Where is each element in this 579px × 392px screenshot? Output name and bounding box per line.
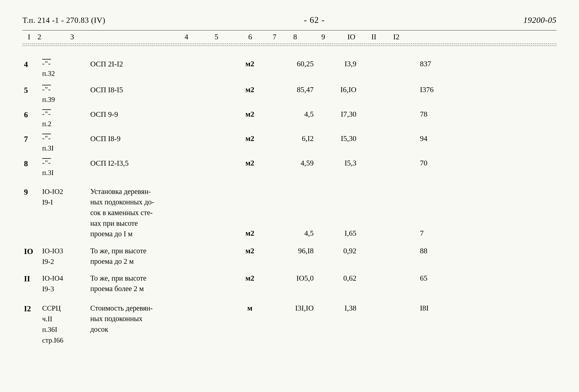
col-header-3: 3 [70,32,175,41]
row-7-unit: м2 [234,133,265,153]
row-12-val1: I3I,IO [266,302,317,345]
row-9-ref: IO-IO2 I9-I [41,185,89,239]
col-header-12: I2 [385,32,408,41]
row-10-val2: 0,92 [317,245,359,267]
row-11-val2: 0,62 [317,272,359,294]
row-7-col8 [385,133,416,153]
header-row: Т.п. 214 -1 - 270.83 (IV) - 62 - 19200-0… [22,15,557,27]
row-8-unit: м2 [234,157,265,178]
col-header-9: 9 [306,32,340,41]
row-10-val1: 96,I8 [266,245,317,267]
row-5-val2: I6,IO [317,84,359,104]
row-7-val9: 94 [416,133,463,153]
row-7-val1: 6,I2 [266,133,317,153]
row-5-col7 [359,84,385,104]
row-6-unit: м2 [234,108,265,129]
row-10-ref-bot: I9-2 [42,256,87,267]
table-row: 6 -"- п.2 ОСП 9-9 м2 4,5 I7,30 78 [22,108,557,129]
row-9-empty [463,185,557,239]
row-8-desc: ОСП I2-I3,5 [89,157,234,178]
row-8-ref: -"- п.3I [41,157,89,178]
row-4-val2: I3,9 [317,53,359,78]
row-11-col7 [359,272,385,294]
row-10-unit: м2 [234,245,265,267]
row-7-col7 [359,133,385,153]
table-row: 8 -"- п.3I ОСП I2-I3,5 м2 4,59 I5,3 70 [22,157,557,178]
table-row: II IO-IO4 I9-3 То же, при высоте проема … [22,272,557,294]
page: Т.п. 214 -1 - 270.83 (IV) - 62 - 19200-0… [0,0,579,392]
row-12-col8 [385,302,416,345]
row-11-ref: IO-IO4 I9-3 [41,272,89,294]
table-row: 7 -"- п.3I ОСП I8-9 м2 6,I2 I5,30 94 [22,133,557,153]
col-header-10: IO [340,32,362,41]
row-5-num: 5 [22,84,41,104]
row-12-unit: м [234,302,265,345]
row-5-unit: м2 [234,84,265,104]
row-8-ref-bot: п.3I [42,168,87,178]
row-9-ref-bot: I9-I [42,197,87,208]
row-8-val1: 4,59 [266,157,317,178]
row-12-desc: Стоимость деревян- ных подоконных досок [89,302,234,345]
dashed-divider-2 [22,46,557,46]
row-8-col7 [359,157,385,178]
header-right: 19200-05 [523,15,557,25]
row-8-val2: I5,3 [317,157,359,178]
table-row: 4 -"- п.32 ОСП 2I-I2 м2 60,25 I3,9 837 [22,53,557,78]
row-12-ref-line3: п.36I [42,324,87,335]
row-6-ref-bot: п.2 [42,119,87,129]
row-11-unit: м2 [234,272,265,294]
row-9-col7 [359,185,385,239]
row-8-val9: 70 [416,157,463,178]
row-5-ref-bot: п.39 [42,95,87,105]
col-header-5: 5 [198,32,235,41]
row-4-col10 [463,53,494,78]
row-8-col8 [385,157,416,178]
row-12-val9: I8I [416,302,463,345]
row-12-ref-line4: стр.I66 [42,335,87,345]
row-4-val1: 60,25 [266,53,317,78]
col-header-8: 8 [284,32,306,41]
row-10-ref: IO-IO3 I9-2 [41,245,89,267]
header-left: Т.п. 214 -1 - 270.83 (IV) [22,16,105,25]
row-7-ref: -"- п.3I [41,133,89,153]
row-4-col12 [525,53,557,78]
row-6-num: 6 [22,108,41,129]
row-12-col7 [359,302,385,345]
row-10-val9: 88 [416,245,463,267]
row-5-val1: 85,47 [266,84,317,104]
row-4-val9: 837 [416,53,463,78]
row-4-ref-top: -"- [42,58,87,68]
row-4-col8 [385,53,416,78]
row-9-num: 9 [22,185,41,239]
row-12-empty [463,302,557,345]
col-header-7: 7 [265,32,284,41]
row-4-desc: ОСП 2I-I2 [89,53,234,78]
row-9-col8 [385,185,416,239]
row-7-ref-bot: п.3I [42,143,87,153]
row-4-ref-bot: п.32 [42,68,87,78]
row-11-col8 [385,272,416,294]
table-row: 5 -"- п.39 ОСП I8-I5 м2 85,47 I6,IO I376 [22,84,557,104]
row-8-empty [463,157,557,178]
row-7-num: 7 [22,133,41,153]
row-9-val2: I,65 [317,185,359,239]
table-row: IO IO-IO3 I9-2 То же, при высоте проема … [22,245,557,267]
row-9-ref-top: IO-IO2 [42,186,87,197]
col-header-2: 2 [36,32,70,41]
col-header-1: I [22,32,36,41]
row-12-num: I2 [22,302,41,345]
row-10-col8 [385,245,416,267]
table-row: 9 IO-IO2 I9-I Установка деревян- ных под… [22,185,557,239]
col-header-11: II [362,32,385,41]
row-10-desc: То же, при высоте проема до 2 м [89,245,234,267]
row-4-num: 4 [22,53,41,78]
row-12-ref: ССРЦ ч.II п.36I стр.I66 [41,302,89,345]
row-11-ref-bot: I9-3 [42,284,87,294]
row-11-val9: 65 [416,272,463,294]
row-6-empty [463,108,557,129]
row-9-unit: м2 [234,185,265,239]
row-5-col8 [385,84,416,104]
row-6-ref: -"- п.2 [41,108,89,129]
row-8-num: 8 [22,157,41,178]
row-8-ref-top: -"- [42,158,87,168]
